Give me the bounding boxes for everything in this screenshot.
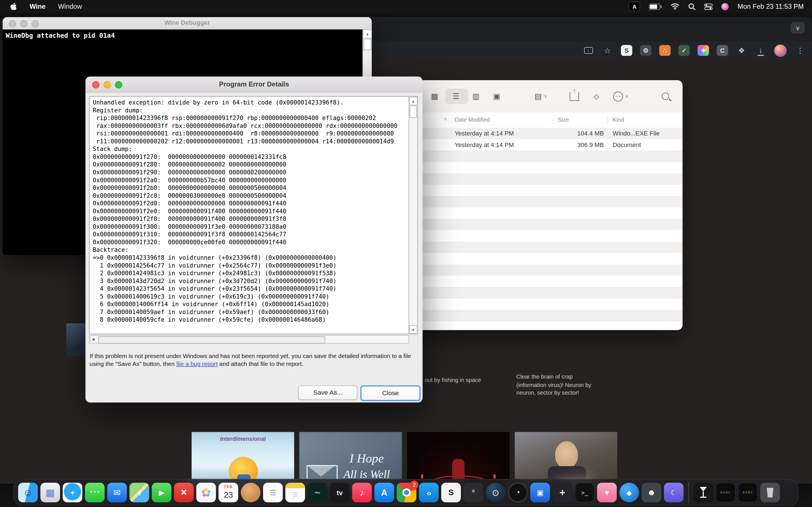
dock-icon-photos[interactable]: ✿ bbox=[196, 483, 216, 503]
dock-icon-chrome[interactable]: 2 bbox=[397, 483, 416, 503]
dock-icon-terminal[interactable]: >_ bbox=[575, 483, 595, 503]
spotlight-search-icon[interactable] bbox=[689, 3, 696, 10]
group-icon: ▤ bbox=[535, 92, 542, 101]
dock-icon-facetime[interactable]: ▶ bbox=[152, 483, 171, 503]
game-card-i-hope-all-is-well[interactable]: I Hope All is Well bbox=[299, 432, 402, 484]
dock-icon-wine[interactable] bbox=[693, 483, 713, 503]
scrollbar-thumb[interactable] bbox=[410, 106, 417, 118]
dock-icon-maps[interactable]: ➤ bbox=[130, 483, 149, 503]
browser-ext-wrench[interactable]: ⚙ bbox=[640, 45, 651, 56]
apple-menu-icon[interactable] bbox=[10, 3, 17, 10]
view-columns-icon[interactable]: ▥ bbox=[472, 89, 479, 104]
group-by-button[interactable]: ▤ ∨ bbox=[535, 89, 548, 104]
dock-icon-app-store[interactable]: A bbox=[374, 483, 394, 503]
dock-icon-finder[interactable]: ☺ bbox=[18, 483, 38, 503]
browser-ext-shield[interactable]: ✓ bbox=[678, 45, 690, 56]
dock-icon-reminders[interactable]: ☰ bbox=[263, 483, 283, 503]
scroll-up-icon[interactable]: ▲ bbox=[409, 97, 417, 105]
dock-icon-app-dark[interactable]: * bbox=[463, 483, 483, 503]
report-vertical-scrollbar[interactable]: ▲ ▼ bbox=[409, 97, 417, 334]
save-as-button[interactable]: Save As... bbox=[298, 385, 357, 400]
control-center-icon[interactable] bbox=[705, 3, 713, 10]
dock-icon-app-red[interactable]: ✕ bbox=[174, 483, 194, 503]
dock-icon-app-round-tan[interactable] bbox=[241, 483, 260, 503]
dock-icon-discord[interactable]: ☻ bbox=[642, 483, 661, 503]
dock-icon-app-blue-round[interactable]: ◆ bbox=[619, 483, 639, 503]
active-app-menu[interactable]: Wine bbox=[30, 3, 46, 10]
candle-dots-art bbox=[457, 473, 459, 478]
dock-icon-obs[interactable]: ◔ bbox=[508, 483, 528, 503]
scroll-up-icon[interactable]: ▲ bbox=[363, 30, 372, 38]
dock-icon-trash[interactable] bbox=[760, 483, 780, 503]
tags-button[interactable]: ◇ bbox=[594, 89, 599, 104]
game-card-reader-art[interactable] bbox=[515, 432, 617, 484]
browser-ext-s[interactable]: S bbox=[621, 45, 632, 56]
dock-icon-app-blue[interactable]: ▣ bbox=[530, 483, 550, 503]
browser-menu-dots[interactable]: ⋮ bbox=[795, 45, 806, 56]
finder-toolbar[interactable]: ▦ ☰ ▥ ▣ ▤ ∨ ↑ ◇ ⋯ ∨ bbox=[394, 80, 682, 113]
view-gallery-icon[interactable]: ▣ bbox=[493, 89, 500, 104]
app-icon-glyph: exec bbox=[743, 491, 753, 495]
dock-icon-app-s[interactable]: S bbox=[441, 483, 461, 503]
file-kind: Windo...EXE File bbox=[613, 130, 660, 137]
scrollbar-thumb[interactable] bbox=[98, 336, 325, 344]
browser-ext-sparkle[interactable]: ✦ bbox=[698, 45, 709, 56]
file-date-modified: Yesterday at 4:14 PM bbox=[455, 130, 514, 137]
dock-icon-exec[interactable]: exec bbox=[738, 483, 758, 503]
menu-extra-app-icon[interactable] bbox=[721, 3, 729, 10]
dock-icon-app-pink[interactable]: ♥ bbox=[597, 483, 617, 503]
file-row[interactable]: Yesterday at 4:14 PM 306.9 MB Document bbox=[394, 139, 682, 151]
debugger-titlebar[interactable]: Wine Debugger bbox=[3, 17, 372, 30]
dock-icon-calendar[interactable]: FEB 23 bbox=[218, 483, 238, 503]
dock-icon-app-game[interactable]: + bbox=[553, 483, 572, 503]
crash-report-textbox[interactable]: Unhandled exception: divide by zero in 6… bbox=[89, 96, 418, 334]
app-icon-glyph: ☰ bbox=[269, 489, 276, 496]
browser-install-page[interactable]: ↓ bbox=[582, 45, 594, 56]
column-header-size[interactable]: Size bbox=[558, 116, 569, 122]
dialog-titlebar[interactable]: Program Error Details bbox=[86, 76, 423, 93]
file-bug-report-link[interactable]: file a bug report bbox=[176, 360, 218, 367]
column-header-date-modified[interactable]: Date Modified bbox=[455, 116, 490, 122]
column-header-kind[interactable]: Kind bbox=[613, 116, 624, 122]
browser-ext-c[interactable]: C bbox=[717, 45, 728, 56]
browser-ext-paw[interactable]: ∴ bbox=[659, 45, 670, 56]
dock-icon-apple-tv[interactable]: tv bbox=[330, 483, 350, 503]
search-button[interactable] bbox=[662, 89, 669, 104]
dock-icon-app-teal-wave[interactable]: ~ bbox=[308, 483, 327, 503]
file-row[interactable]: Yesterday at 4:14 PM 104.4 MB Windo...EX… bbox=[394, 128, 682, 139]
browser-bookmark-star[interactable]: ☆ bbox=[602, 45, 613, 56]
dock-icon-notes[interactable]: ☰ bbox=[285, 483, 305, 503]
dock-icon-mail[interactable]: ✉ bbox=[107, 483, 127, 503]
game-card-postal-service[interactable]: Interdimensional POSTAL SERVICE bbox=[192, 432, 294, 484]
scroll-down-icon[interactable]: ▼ bbox=[409, 325, 417, 334]
dock-icon-launchpad[interactable]: ▦ bbox=[40, 483, 60, 503]
app-icon-glyph: ◆ bbox=[626, 489, 631, 496]
more-actions-button[interactable]: ⋯ ∨ bbox=[613, 89, 628, 104]
browser-extensions-puzzle[interactable]: ❖ bbox=[736, 45, 747, 56]
dock-icon-steam[interactable]: ⊙ bbox=[486, 483, 506, 503]
dock-icon-safari[interactable]: ✦ bbox=[63, 483, 82, 503]
dock-icon-exec[interactable]: exec bbox=[716, 483, 735, 503]
app-icon-glyph: ➤ bbox=[135, 488, 144, 497]
close-button[interactable]: Close bbox=[360, 385, 420, 401]
dock-icon-vscode[interactable]: ‹› bbox=[419, 483, 439, 503]
report-horizontal-scrollbar[interactable]: ◀ ▶ bbox=[89, 335, 409, 343]
share-button[interactable]: ↑ bbox=[569, 89, 579, 104]
dock-icon-messages[interactable]: ⋯ bbox=[85, 483, 105, 503]
tab-search-chevron-button[interactable]: ∨ bbox=[791, 22, 805, 34]
browser-downloads[interactable]: ↓ bbox=[755, 45, 766, 56]
menu-item-window[interactable]: Window bbox=[58, 3, 82, 10]
view-grid-icon[interactable]: ▦ bbox=[431, 89, 438, 104]
dock-icon-app-purple[interactable]: ☾ bbox=[664, 483, 684, 503]
game-thumbnail-partial[interactable] bbox=[66, 323, 87, 356]
wifi-icon[interactable] bbox=[671, 3, 679, 10]
browser-profile-avatar[interactable] bbox=[774, 44, 786, 57]
input-source-icon[interactable]: A bbox=[629, 2, 640, 11]
dock-icon-music[interactable]: ♪ bbox=[352, 483, 372, 503]
menu-bar-clock[interactable]: Mon Feb 23 11:53 PM bbox=[738, 3, 804, 10]
battery-icon[interactable] bbox=[649, 3, 662, 10]
view-list-icon[interactable]: ☰ bbox=[453, 89, 460, 104]
game-card-ritual-art[interactable] bbox=[407, 432, 510, 484]
scrollbar-thumb[interactable] bbox=[363, 39, 371, 50]
scroll-right-icon[interactable]: ▶ bbox=[90, 336, 98, 343]
